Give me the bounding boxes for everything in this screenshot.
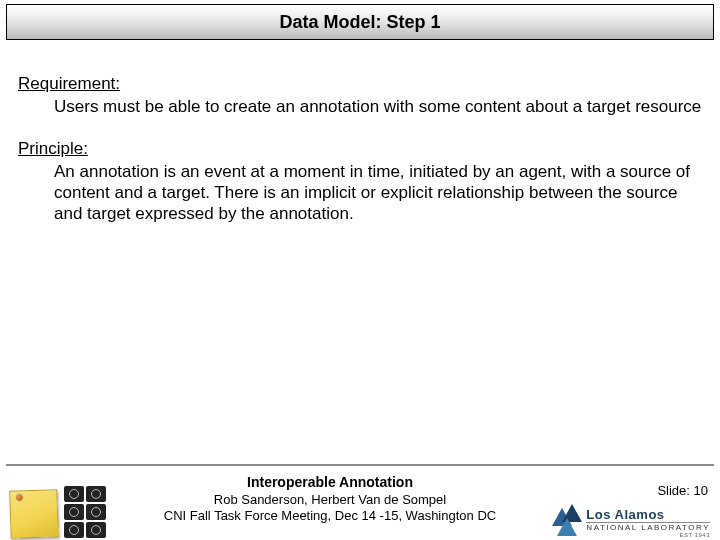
footer: Interoperable Annotation Rob Sanderson, … (0, 468, 720, 540)
lanl-sub: NATIONAL LABORATORY (586, 522, 710, 532)
slide-body: Requirement: Users must be able to creat… (0, 40, 720, 224)
slide-title-bar: Data Model: Step 1 (6, 4, 714, 40)
principle-label: Principle: (18, 139, 88, 158)
footer-right: Slide: 10 Los Alamos NATIONAL LABORATORY… (552, 483, 710, 538)
footer-left-icons (10, 486, 106, 538)
lanl-est: EST 1943 (586, 532, 710, 538)
slide: Data Model: Step 1 Requirement: Users mu… (0, 4, 720, 540)
lanl-logo: Los Alamos NATIONAL LABORATORY EST 1943 (552, 504, 710, 538)
cc-license-icon (64, 486, 106, 538)
footer-authors: Rob Sanderson, Herbert Van de Sompel (130, 492, 530, 508)
footer-title: Interoperable Annotation (130, 474, 530, 492)
section-principle: Principle: An annotation is an event at … (18, 139, 702, 224)
lanl-name: Los Alamos (586, 508, 710, 521)
principle-text: An annotation is an event at a moment in… (54, 162, 702, 224)
slide-number: Slide: 10 (657, 483, 708, 498)
requirement-label: Requirement: (18, 74, 120, 93)
lanl-text: Los Alamos NATIONAL LABORATORY EST 1943 (586, 508, 710, 538)
footer-center: Interoperable Annotation Rob Sanderson, … (130, 474, 530, 524)
sticky-note-icon (9, 489, 59, 539)
slide-title: Data Model: Step 1 (279, 12, 440, 33)
lanl-mark-icon (552, 504, 582, 538)
footer-event: CNI Fall Task Force Meeting, Dec 14 -15,… (130, 508, 530, 524)
requirement-text: Users must be able to create an annotati… (54, 97, 702, 118)
footer-divider (6, 464, 714, 466)
section-requirement: Requirement: Users must be able to creat… (18, 74, 702, 117)
